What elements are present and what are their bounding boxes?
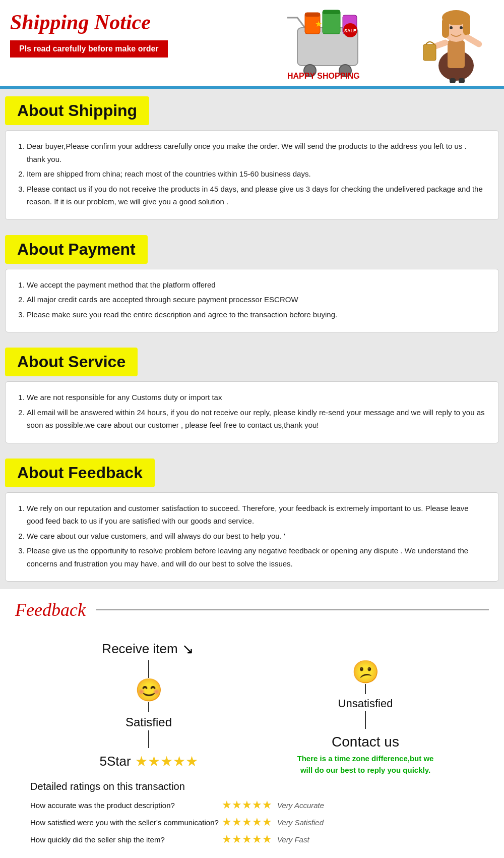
flow-line-5	[365, 711, 366, 729]
contact-us-title: Contact us	[332, 734, 399, 750]
cart-svg: SALE ★	[277, 3, 378, 83]
svg-rect-15	[442, 18, 449, 38]
detailed-ratings-title: Detailed ratings on this transaction	[30, 781, 474, 792]
rating-question-2: How satisfied were you with the seller's…	[30, 818, 222, 827]
unsatisfied-text: Unsatisfied	[338, 697, 393, 710]
shipping-content: Dear buyer,Please confirm your address c…	[5, 130, 499, 220]
shipping-item-3: Please contact us if you do not receive …	[27, 183, 486, 208]
header-right-area: SALE ★ HAPPY SHOPPING	[277, 0, 504, 86]
header: Shipping Notice Pls read carefully befor…	[0, 0, 504, 86]
flow-line-4	[365, 684, 366, 694]
receive-arrow-icon: ↘	[182, 641, 194, 657]
payment-item-2: All major credit cards are accepted thro…	[27, 293, 486, 306]
svg-text:★: ★	[315, 20, 322, 28]
shopping-lady	[413, 0, 499, 83]
flow-diagram: Receive item ↘ 😊 Satisfied 5Star ★ ★ ★ ★…	[15, 636, 489, 781]
payment-content: We accept the payment method that the pl…	[5, 269, 499, 333]
service-item-2: All email will be answered within 24 hou…	[27, 406, 486, 432]
star-2: ★	[148, 753, 160, 770]
payment-list: We accept the payment method that the pl…	[18, 278, 486, 321]
lady-svg	[413, 0, 499, 83]
rating-row-2: How satisfied were you with the seller's…	[30, 816, 474, 829]
unsatisfied-emoji: 😕	[352, 661, 380, 683]
payment-section: About Payment We accept the payment meth…	[0, 227, 504, 340]
rating-label-1: Very Accurate	[277, 801, 324, 810]
shipping-heading-box: About Shipping	[5, 96, 149, 125]
feedback-about-heading-box: About Feedback	[5, 459, 155, 487]
payment-item-3: Please make sure you read the entire des…	[27, 308, 486, 321]
shipping-heading-text: About Shipping	[17, 101, 137, 120]
star-3: ★	[160, 753, 173, 770]
rating-stars-3: ★★★★★	[222, 833, 272, 846]
receive-item-text: Receive item	[102, 641, 177, 657]
svg-rect-16	[463, 18, 470, 35]
flow-right: 😕 Unsatisfied Contact us There is a time…	[295, 661, 436, 776]
detailed-ratings: Detailed ratings on this transaction How…	[15, 781, 489, 858]
payment-heading-text: About Payment	[17, 240, 136, 258]
feedback-title: Feedback	[15, 599, 86, 620]
feedback-about-content: We rely on our reputation and customer s…	[5, 492, 499, 582]
header-subtitle: Pls read carefully before make order	[10, 40, 168, 58]
svg-rect-20	[464, 33, 483, 48]
rating-row-3: How quickly did the seller ship the item…	[30, 833, 474, 846]
flow-left: Receive item ↘ 😊 Satisfied 5Star ★ ★ ★ ★…	[68, 641, 229, 770]
payment-item-1: We accept the payment method that the pl…	[27, 278, 486, 292]
service-heading-box: About Service	[5, 348, 138, 376]
feedback-about-section: About Feedback We rely on our reputation…	[0, 451, 504, 590]
star-5: ★	[185, 753, 198, 770]
rating-label-2: Very Satisfied	[277, 818, 324, 827]
service-item-1: We are not responsible for any Customs d…	[27, 391, 486, 404]
feedback-about-item-1: We rely on our reputation and customer s…	[27, 502, 486, 528]
feedback-about-heading-text: About Feedback	[17, 464, 143, 482]
receive-item-row: Receive item ↘	[102, 641, 195, 657]
rating-label-3: Very Fast	[277, 835, 309, 844]
rating-question-1: How accurate was the product description…	[30, 801, 222, 810]
svg-rect-22	[450, 78, 456, 83]
star-4: ★	[173, 753, 185, 770]
shipping-list: Dear buyer,Please confirm your address c…	[18, 140, 486, 208]
feedback-section: Feedback Receive item ↘ 😊 Satisfied 5Sta…	[0, 589, 504, 858]
svg-rect-12	[448, 40, 465, 68]
flow-line-1	[148, 660, 149, 678]
svg-text:SALE: SALE	[344, 28, 356, 33]
satisfied-emoji: 😊	[135, 679, 163, 701]
shipping-item-2: Item are shipped from china; reach most …	[27, 167, 486, 181]
rating-question-3: How quickly did the seller ship the item…	[30, 835, 222, 844]
star-1: ★	[135, 753, 148, 770]
feedback-about-item-3: Please give us the opportunity to resolv…	[27, 544, 486, 570]
satisfied-text: Satisfied	[125, 715, 172, 729]
flow-line-2	[148, 702, 149, 712]
rating-stars-1: ★★★★★	[222, 798, 272, 812]
shipping-section: About Shipping Dear buyer,Please confirm…	[0, 89, 504, 227]
flow-line-3	[148, 730, 149, 748]
feedback-about-item-2: We care about our value customers, and w…	[27, 530, 486, 543]
shipping-item-1: Dear buyer,Please confirm your address c…	[27, 140, 486, 165]
svg-point-17	[450, 26, 453, 29]
cart-illustration: SALE ★ HAPPY SHOPPING	[277, 3, 378, 83]
feedback-header: Feedback	[15, 599, 489, 620]
service-content: We are not responsible for any Customs d…	[5, 381, 499, 443]
feedback-about-list: We rely on our reputation and customer s…	[18, 502, 486, 570]
five-star-label: 5Star	[99, 754, 131, 769]
five-star-row: 5Star ★ ★ ★ ★ ★	[99, 753, 198, 770]
service-list: We are not responsible for any Customs d…	[18, 391, 486, 432]
svg-rect-4	[305, 13, 320, 17]
svg-rect-21	[423, 44, 436, 61]
rating-row-1: How accurate was the product description…	[30, 798, 474, 812]
happy-shopping-label: HAPPY SHOPPING	[287, 72, 360, 81]
rating-stars-2: ★★★★★	[222, 816, 272, 829]
service-section: About Service We are not responsible for…	[0, 340, 504, 451]
svg-point-18	[460, 26, 463, 29]
svg-rect-6	[323, 10, 340, 14]
service-heading-text: About Service	[17, 353, 125, 371]
feedback-divider-line	[96, 609, 489, 610]
payment-heading-box: About Payment	[5, 235, 148, 264]
svg-rect-23	[459, 78, 465, 83]
contact-us-desc: There is a time zone difference,but we w…	[295, 753, 436, 776]
